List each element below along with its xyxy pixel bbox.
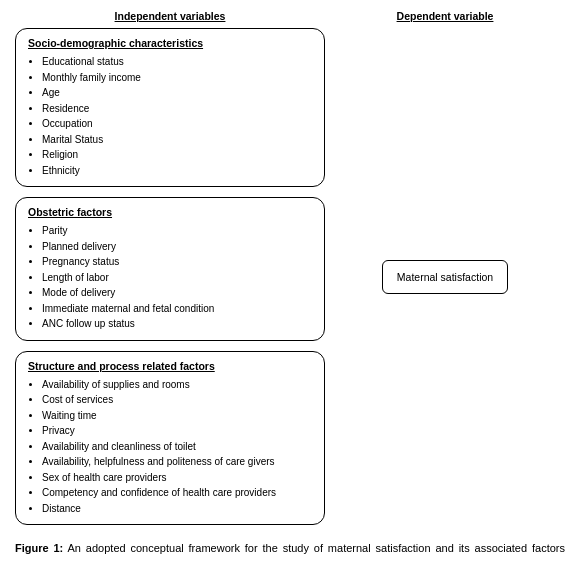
list-item: Availability, helpfulness and politeness… — [42, 454, 314, 470]
list-item: Distance — [42, 501, 314, 517]
structure-title: Structure and process related factors — [28, 360, 314, 372]
list-item: Availability of supplies and rooms — [42, 377, 314, 393]
list-item: Religion — [42, 147, 314, 163]
list-item: Sex of health care providers — [42, 470, 314, 486]
socio-list: Educational statusMonthly family incomeA… — [28, 54, 314, 178]
list-item: Availability and cleanliness of toilet — [42, 439, 314, 455]
svg-marker-5 — [376, 273, 382, 281]
left-column: Socio-demographic characteristics Educat… — [15, 28, 325, 525]
list-item: Immediate maternal and fetal condition — [42, 301, 314, 317]
right-column: Maternal satisfaction — [325, 28, 565, 525]
list-item: Mode of delivery — [42, 285, 314, 301]
dependent-label: Dependent variable — [325, 10, 565, 22]
figure-label: Figure 1: — [15, 542, 63, 554]
obstetric-list: ParityPlanned deliveryPregnancy statusLe… — [28, 223, 314, 332]
diagram-area: Socio-demographic characteristics Educat… — [15, 28, 565, 525]
list-item: Residence — [42, 101, 314, 117]
socio-title: Socio-demographic characteristics — [28, 37, 314, 49]
list-item: Competency and confidence of health care… — [42, 485, 314, 501]
list-item: Age — [42, 85, 314, 101]
list-item: Waiting time — [42, 408, 314, 424]
structure-box: Structure and process related factors Av… — [15, 351, 325, 526]
list-item: ANC follow up status — [42, 316, 314, 332]
structure-list: Availability of supplies and roomsCost o… — [28, 377, 314, 517]
list-item: Pregnancy status — [42, 254, 314, 270]
obstetric-box: Obstetric factors ParityPlanned delivery… — [15, 197, 325, 341]
list-item: Cost of services — [42, 392, 314, 408]
list-item: Educational status — [42, 54, 314, 70]
list-item: Parity — [42, 223, 314, 239]
figure-caption: Figure 1: An adopted conceptual framewor… — [15, 540, 565, 561]
caption-text: An adopted conceptual framework for the … — [15, 542, 565, 561]
list-item: Occupation — [42, 116, 314, 132]
list-item: Ethnicity — [42, 163, 314, 179]
outcome-box: Maternal satisfaction — [382, 260, 508, 294]
list-item: Monthly family income — [42, 70, 314, 86]
socio-box: Socio-demographic characteristics Educat… — [15, 28, 325, 187]
independent-label: Independent variables — [15, 10, 325, 22]
list-item: Privacy — [42, 423, 314, 439]
list-item: Marital Status — [42, 132, 314, 148]
list-item: Length of labor — [42, 270, 314, 286]
column-labels: Independent variables Dependent variable — [15, 10, 565, 22]
outcome-label: Maternal satisfaction — [397, 271, 493, 283]
list-item: Planned delivery — [42, 239, 314, 255]
obstetric-title: Obstetric factors — [28, 206, 314, 218]
